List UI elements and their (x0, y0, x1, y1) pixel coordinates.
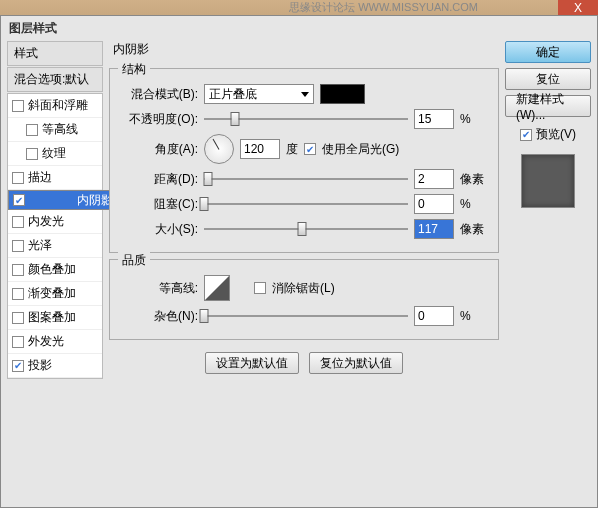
angle-dial[interactable] (204, 134, 234, 164)
opacity-input[interactable]: 15 (414, 109, 454, 129)
style-checkbox[interactable] (12, 312, 24, 324)
style-item-label: 等高线 (42, 121, 78, 138)
style-item-2[interactable]: 纹理 (8, 142, 102, 166)
global-light-label: 使用全局光(G) (322, 141, 399, 158)
style-item-label: 内阴影 (77, 192, 113, 209)
style-item-6[interactable]: 光泽 (8, 234, 102, 258)
contour-label: 等高线: (118, 280, 198, 297)
style-item-label: 图案叠加 (28, 309, 76, 326)
style-checkbox[interactable] (12, 172, 24, 184)
set-default-button[interactable]: 设置为默认值 (205, 352, 299, 374)
style-checkbox[interactable] (26, 124, 38, 136)
angle-label: 角度(A): (118, 141, 198, 158)
blend-mode-label: 混合模式(B): (118, 86, 198, 103)
angle-input[interactable]: 120 (240, 139, 280, 159)
cancel-button[interactable]: 复位 (505, 68, 591, 90)
style-item-label: 颜色叠加 (28, 261, 76, 278)
style-item-9[interactable]: 图案叠加 (8, 306, 102, 330)
choke-label: 阻塞(C): (118, 196, 198, 213)
opacity-label: 不透明度(O): (118, 111, 198, 128)
style-checkbox[interactable] (26, 148, 38, 160)
style-item-7[interactable]: 颜色叠加 (8, 258, 102, 282)
style-item-1[interactable]: 等高线 (8, 118, 102, 142)
reset-default-button[interactable]: 复位为默认值 (309, 352, 403, 374)
preview-swatch (521, 154, 575, 208)
style-item-11[interactable]: 投影 (8, 354, 102, 378)
distance-label: 距离(D): (118, 171, 198, 188)
style-item-label: 光泽 (28, 237, 52, 254)
new-style-button[interactable]: 新建样式(W)... (505, 95, 591, 117)
distance-unit: 像素 (460, 171, 490, 188)
blend-mode-value: 正片叠底 (209, 86, 257, 103)
style-checkbox[interactable] (12, 240, 24, 252)
contour-picker[interactable] (204, 275, 230, 301)
opacity-unit: % (460, 112, 490, 126)
noise-label: 杂色(N): (118, 308, 198, 325)
layer-style-dialog: 图层样式 样式 混合选项:默认 斜面和浮雕等高线纹理描边内阴影内发光光泽颜色叠加… (0, 15, 598, 508)
style-checkbox[interactable] (13, 194, 25, 206)
style-checkbox[interactable] (12, 288, 24, 300)
style-item-label: 斜面和浮雕 (28, 97, 88, 114)
panel-title: 内阴影 (109, 41, 499, 62)
size-input[interactable]: 117 (414, 219, 454, 239)
style-item-5[interactable]: 内发光 (8, 210, 102, 234)
style-item-label: 渐变叠加 (28, 285, 76, 302)
ok-button[interactable]: 确定 (505, 41, 591, 63)
style-item-4[interactable]: 内阴影 (8, 190, 118, 210)
distance-input[interactable]: 2 (414, 169, 454, 189)
choke-slider[interactable] (204, 195, 408, 213)
dropdown-icon (301, 92, 309, 97)
style-checkbox[interactable] (12, 264, 24, 276)
dialog-title: 图层样式 (1, 16, 597, 41)
style-item-label: 投影 (28, 357, 52, 374)
quality-group: 品质 等高线: 消除锯齿(L) 杂色(N): 0 % (109, 259, 499, 340)
blend-options-default[interactable]: 混合选项:默认 (7, 67, 103, 92)
opacity-slider[interactable] (204, 110, 408, 128)
style-checkbox[interactable] (12, 216, 24, 228)
noise-unit: % (460, 309, 490, 323)
style-list: 斜面和浮雕等高线纹理描边内阴影内发光光泽颜色叠加渐变叠加图案叠加外发光投影 (7, 93, 103, 379)
style-item-10[interactable]: 外发光 (8, 330, 102, 354)
antialias-label: 消除锯齿(L) (272, 280, 335, 297)
angle-unit: 度 (286, 141, 298, 158)
noise-input[interactable]: 0 (414, 306, 454, 326)
structure-group: 结构 混合模式(B): 正片叠底 不透明度(O): 15 % 角度 (109, 68, 499, 253)
watermark-text: 思缘设计论坛 WWW.MISSYUAN.COM (289, 0, 478, 15)
style-item-label: 内发光 (28, 213, 64, 230)
style-checkbox[interactable] (12, 336, 24, 348)
size-unit: 像素 (460, 221, 490, 238)
shadow-color-swatch[interactable] (320, 84, 365, 104)
noise-slider[interactable] (204, 307, 408, 325)
global-light-checkbox[interactable] (304, 143, 316, 155)
antialias-checkbox[interactable] (254, 282, 266, 294)
choke-input[interactable]: 0 (414, 194, 454, 214)
distance-slider[interactable] (204, 170, 408, 188)
window-close-button[interactable]: X (558, 0, 598, 15)
style-item-8[interactable]: 渐变叠加 (8, 282, 102, 306)
style-checkbox[interactable] (12, 100, 24, 112)
style-item-0[interactable]: 斜面和浮雕 (8, 94, 102, 118)
style-item-label: 纹理 (42, 145, 66, 162)
style-item-label: 外发光 (28, 333, 64, 350)
size-label: 大小(S): (118, 221, 198, 238)
style-checkbox[interactable] (12, 360, 24, 372)
style-item-label: 描边 (28, 169, 52, 186)
styles-header[interactable]: 样式 (7, 41, 103, 66)
blend-mode-select[interactable]: 正片叠底 (204, 84, 314, 104)
preview-checkbox[interactable] (520, 129, 532, 141)
quality-group-title: 品质 (118, 252, 150, 269)
choke-unit: % (460, 197, 490, 211)
structure-group-title: 结构 (118, 61, 150, 78)
style-item-3[interactable]: 描边 (8, 166, 102, 190)
size-slider[interactable] (204, 220, 408, 238)
preview-label: 预览(V) (536, 126, 576, 143)
